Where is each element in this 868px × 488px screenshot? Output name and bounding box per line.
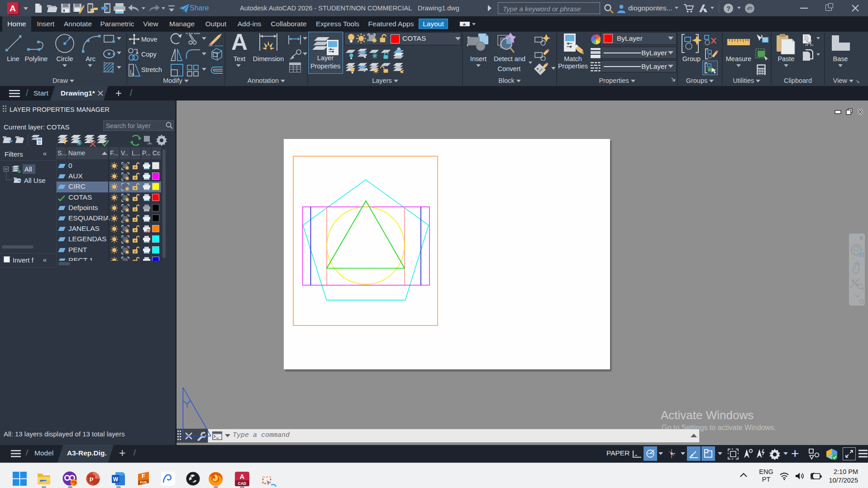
svg-text:A: A	[10, 4, 16, 13]
svg-text:A: A	[240, 473, 245, 480]
svg-text:CAD: CAD	[238, 481, 246, 486]
svg-text:2D: 2D	[859, 252, 865, 258]
svg-text:W: W	[113, 476, 119, 483]
svg-text:?: ?	[726, 5, 730, 12]
svg-text:F: F	[142, 473, 145, 479]
svg-text:P: P	[90, 476, 94, 483]
svg-text:FUS: FUS	[140, 480, 147, 484]
